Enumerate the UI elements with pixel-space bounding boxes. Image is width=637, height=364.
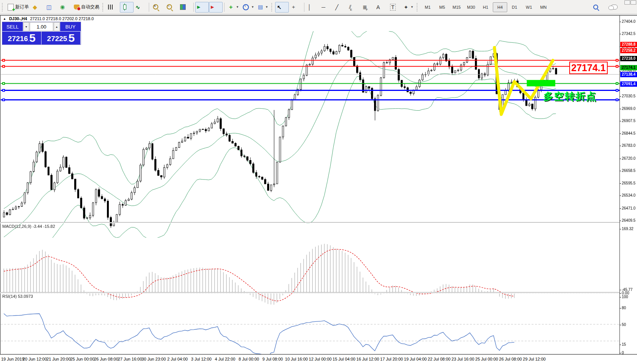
- zoom-out-icon: −: [167, 4, 172, 10]
- toolbar-grip[interactable]: [102, 3, 105, 11]
- buy-price-button[interactable]: 27225.5: [41, 32, 80, 45]
- chart-window: [0, 15, 637, 355]
- periods-button[interactable]: ▼: [241, 2, 256, 13]
- time-axis-label: 22 Jul 08:00: [428, 357, 451, 361]
- templates-button[interactable]: ▤▼: [256, 2, 270, 13]
- candlestick-chart-button[interactable]: [120, 2, 134, 13]
- chinese-note-text[interactable]: 多空转折点: [543, 90, 597, 103]
- dropdown-caret-icon: ▼: [411, 5, 414, 9]
- vertical-line-icon: │: [308, 4, 311, 10]
- timeframe-w1-button[interactable]: W1: [522, 2, 536, 12]
- profiles-button[interactable]: ◆: [31, 2, 45, 13]
- auto-scroll-icon: ▶: [197, 5, 200, 10]
- auto-trading-button[interactable]: 自动交易: [72, 2, 101, 13]
- timeframe-m1-button[interactable]: M1: [420, 2, 435, 12]
- hline-price-tag: 27288.8: [620, 42, 637, 47]
- cursor-tool-button[interactable]: ↖: [275, 2, 289, 13]
- volume-input[interactable]: 1.00: [30, 22, 53, 31]
- collapse-arrow-icon[interactable]: ▲: [3, 17, 6, 21]
- chart-shift-icon: ▶: [211, 5, 214, 10]
- label-tool-button[interactable]: T: [388, 2, 402, 13]
- horizontal-line-tool-button[interactable]: ─: [320, 2, 333, 13]
- new-order-button[interactable]: 新订单: [6, 2, 31, 13]
- panel-splitter[interactable]: [0, 222, 637, 223]
- dropdown-caret-icon: ▼: [265, 5, 268, 9]
- timeframe-m30-button[interactable]: M30: [464, 2, 478, 12]
- timeframe-m15-button[interactable]: M15: [449, 2, 464, 12]
- price-axis[interactable]: 169.320.00-45.77100805015027404.027342.5…: [619, 16, 637, 354]
- time-axis[interactable]: 19 Jun 201920 Jun 12:0021 Jun 20:0025 Ju…: [0, 355, 637, 364]
- rsi-indicator-label: RSI(14) 53.0973: [2, 294, 33, 299]
- buy-price-pip: 5: [68, 32, 75, 44]
- chart-ohlc-header: ▲ DJ30-,H4 27211.0 27218.0 27202.0 27218…: [3, 16, 94, 21]
- mt4-application-window: { "toolbar": { "new_order_label": "新订单",…: [0, 0, 637, 364]
- price-tick-label: 27030.5: [622, 94, 635, 98]
- indicators-icon: ＋: [228, 3, 234, 11]
- time-axis-label: 2 Jul 04:00: [167, 357, 188, 361]
- macd-panel-canvas[interactable]: [1, 238, 620, 308]
- arrows-tool-button[interactable]: ✦▼: [402, 2, 416, 13]
- auto-scroll-button[interactable]: ▶: [195, 2, 209, 13]
- volume-increase-button[interactable]: ▲: [54, 22, 60, 31]
- chat-button[interactable]: [609, 2, 623, 13]
- chart-shift-button[interactable]: ▶: [209, 2, 223, 13]
- rsi-axis-label: 50: [622, 323, 626, 327]
- toolbar-grip[interactable]: [417, 3, 419, 11]
- crosshair-tool-button[interactable]: ＋: [289, 2, 303, 13]
- vertical-line-tool-button[interactable]: │: [306, 2, 320, 13]
- line-chart-button[interactable]: ∿: [134, 2, 147, 13]
- price-tick-label: 26658.5: [622, 168, 635, 173]
- macd-axis-label: 169.32: [622, 227, 634, 231]
- navigator-button[interactable]: ◉: [58, 2, 72, 13]
- sell-button[interactable]: SELL: [2, 22, 23, 31]
- timeframe-mn-button[interactable]: MN: [536, 2, 551, 12]
- one-click-trading-panel: SELL ▼ 1.00 ▲ BUY 27216.5 27225.5: [2, 22, 81, 45]
- market-watch-button[interactable]: ◫: [45, 2, 58, 13]
- main-chart-canvas[interactable]: [1, 31, 620, 238]
- sell-price-button[interactable]: 27216.5: [2, 32, 41, 45]
- price-tick-label: 26409.5: [622, 218, 635, 223]
- zoom-out-button[interactable]: −: [164, 2, 178, 13]
- price-tick-label: 27404.0: [622, 19, 635, 24]
- channel-tool-button[interactable]: ⫽E: [347, 2, 361, 13]
- rsi-axis-label: 15: [622, 342, 626, 347]
- search-button[interactable]: [591, 2, 605, 13]
- trendline-tool-button[interactable]: ╱: [333, 2, 347, 13]
- buy-button[interactable]: BUY: [60, 22, 81, 31]
- toolbar-grip[interactable]: [271, 3, 274, 11]
- panel-splitter[interactable]: [0, 292, 637, 293]
- hline-price-tag: 27091.4: [620, 81, 637, 87]
- time-axis-label: 3 Jul 12:00: [191, 357, 212, 361]
- volume-decrease-button[interactable]: ▼: [23, 22, 29, 31]
- fibonacci-tool-button[interactable]: ≣F: [361, 2, 374, 13]
- sell-price-pip: 5: [29, 32, 36, 44]
- zoom-in-button[interactable]: +: [151, 2, 164, 13]
- cursor-icon: ↖: [277, 4, 282, 10]
- templates-icon: ▤: [258, 4, 263, 10]
- time-axis-label: 16 Jul 12:00: [357, 357, 379, 361]
- toolbar-grip[interactable]: [2, 3, 5, 11]
- window-close-button[interactable]: [631, 0, 636, 5]
- text-tool-button[interactable]: A: [374, 2, 388, 13]
- new-order-label: 新订单: [15, 4, 29, 10]
- rsi-axis-label: 80: [622, 306, 626, 310]
- window-restore-button[interactable]: [624, 0, 630, 5]
- price-callout-box[interactable]: 27174.1: [569, 62, 608, 74]
- tile-windows-button[interactable]: [178, 2, 192, 13]
- fibonacci-icon: ≣F: [363, 4, 367, 10]
- navigator-icon: ◉: [60, 4, 65, 10]
- timeframe-h1-button[interactable]: H1: [478, 2, 493, 12]
- time-axis-label: 19 Jul 04:00: [404, 357, 427, 361]
- timeframe-m5-button[interactable]: M5: [435, 2, 449, 12]
- line-chart-icon: ∿: [135, 4, 140, 10]
- indicators-button[interactable]: ＋▼: [226, 2, 241, 13]
- arrows-tool-icon: ✦: [404, 4, 408, 10]
- bar-chart-button[interactable]: [106, 2, 120, 13]
- timeframe-h4-button[interactable]: H4: [493, 2, 507, 12]
- price-callout-text: 27174.1: [571, 62, 605, 73]
- text-tool-icon: A: [376, 4, 380, 10]
- macd-axis-label: -45.77: [622, 288, 632, 292]
- time-axis-label: 30 Jun 23:00: [142, 357, 166, 361]
- time-axis-label: 19 Jun 2019: [1, 357, 24, 361]
- timeframe-d1-button[interactable]: D1: [507, 2, 522, 12]
